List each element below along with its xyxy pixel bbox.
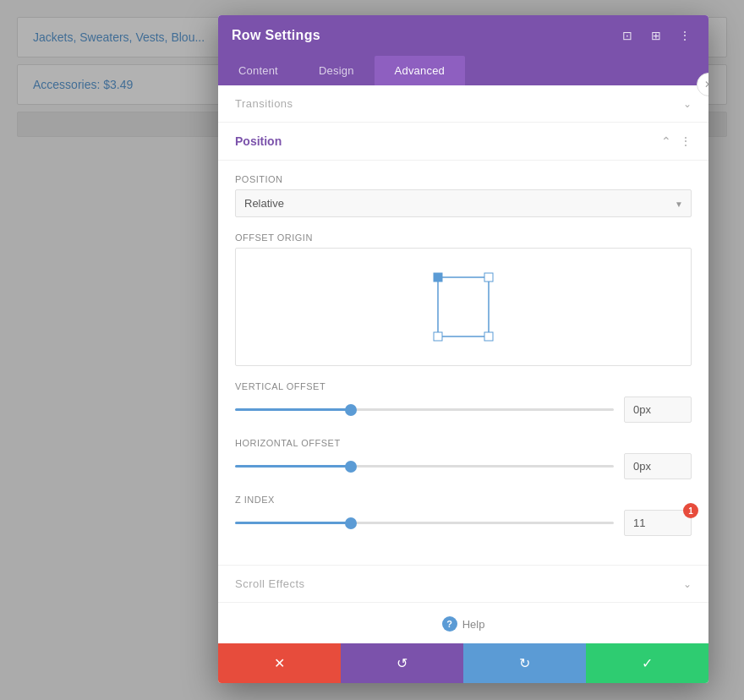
modal-header: Row Settings ⊡ ⊞ ⋮ (218, 15, 708, 56)
help-button[interactable]: ? Help (442, 616, 485, 632)
modal-body: Transitions ⌄ Position ⌃ ⋮ Position Rela… (218, 85, 708, 643)
horizontal-offset-label: Horizontal Offset (235, 438, 692, 448)
reset-button[interactable]: ↺ (341, 643, 463, 683)
offset-origin-svg (421, 269, 506, 345)
reset-icon: ↺ (397, 655, 408, 671)
more-icon: ⋮ (679, 29, 691, 42)
cancel-button[interactable]: ✕ (218, 643, 341, 683)
columns-icon: ⊞ (651, 29, 661, 42)
tab-design[interactable]: Design (298, 56, 375, 85)
refresh-button[interactable]: ↻ (463, 643, 586, 683)
cancel-icon: ✕ (274, 655, 285, 671)
position-select[interactable]: Relative Static Absolute Fixed Sticky (235, 189, 692, 217)
vertical-offset-row: 0px (235, 396, 692, 423)
offset-origin-label: Offset Origin (235, 232, 692, 243)
offset-origin-group: Offset Origin (235, 232, 692, 366)
modal-tabs: Content Design Advanced (218, 56, 708, 85)
vertical-offset-slider[interactable] (235, 408, 614, 411)
horizontal-offset-row: 0px (235, 453, 692, 479)
position-field-group: Position Relative Static Absolute Fixed … (235, 174, 692, 217)
help-section: ? Help (218, 603, 708, 643)
screenshot-icon-btn[interactable]: ⊡ (617, 25, 637, 46)
position-collapse-btn[interactable]: ⌃ (661, 134, 671, 148)
horizontal-offset-value[interactable]: 0px (624, 453, 692, 479)
refresh-icon: ↻ (519, 655, 530, 671)
vertical-offset-value[interactable]: 0px (624, 396, 692, 423)
scroll-effects-title: Scroll Effects (235, 577, 305, 590)
save-icon: ✓ (642, 655, 653, 671)
z-index-value[interactable] (624, 510, 692, 536)
horizontal-offset-group: Horizontal Offset 0px (235, 438, 692, 479)
z-index-group: Z Index 1 (235, 495, 692, 536)
z-index-label: Z Index (235, 495, 692, 505)
z-index-value-wrapper: 1 (624, 510, 692, 536)
scroll-effects-section-header[interactable]: Scroll Effects ⌄ (218, 566, 708, 603)
position-section-content: Position Relative Static Absolute Fixed … (218, 161, 708, 566)
save-button[interactable]: ✓ (586, 643, 708, 683)
columns-icon-btn[interactable]: ⊞ (646, 25, 666, 46)
svg-rect-4 (484, 332, 493, 341)
position-header-icons: ⌃ ⋮ (661, 134, 692, 148)
z-index-row: 1 (235, 510, 692, 536)
more-icon-btn[interactable]: ⋮ (675, 25, 695, 46)
position-select-wrapper: Relative Static Absolute Fixed Sticky ▼ (235, 189, 692, 217)
scroll-effects-chevron: ⌄ (683, 578, 692, 590)
vertical-offset-label: Vertical Offset (235, 381, 692, 391)
z-index-slider[interactable] (235, 522, 614, 524)
transitions-section-header[interactable]: Transitions ⌄ (218, 85, 708, 123)
help-icon: ? (442, 616, 457, 632)
position-more-btn[interactable]: ⋮ (680, 134, 692, 148)
tab-advanced[interactable]: Advanced (375, 56, 465, 85)
position-field-label: Position (235, 174, 692, 184)
position-section-header: Position ⌃ ⋮ (218, 123, 708, 161)
offset-origin-container[interactable] (235, 248, 692, 366)
transitions-chevron: ⌄ (683, 98, 692, 110)
modal-footer: ✕ ↺ ↻ ✓ (218, 643, 708, 683)
horizontal-offset-slider[interactable] (235, 465, 614, 468)
svg-rect-1 (434, 273, 442, 282)
z-index-badge: 1 (683, 503, 698, 518)
svg-rect-3 (434, 332, 442, 341)
help-label: Help (462, 618, 485, 631)
transitions-title: Transitions (235, 97, 293, 110)
row-settings-modal: Row Settings ⊡ ⊞ ⋮ Content Design Advanc… (218, 15, 708, 683)
svg-rect-2 (484, 273, 493, 282)
modal-header-actions: ⊡ ⊞ ⋮ (617, 25, 695, 46)
modal-title: Row Settings (232, 28, 320, 43)
position-title: Position (235, 134, 282, 148)
vertical-offset-group: Vertical Offset 0px (235, 381, 692, 423)
screenshot-icon: ⊡ (622, 29, 632, 42)
svg-rect-0 (438, 277, 489, 336)
tab-content[interactable]: Content (218, 56, 298, 85)
